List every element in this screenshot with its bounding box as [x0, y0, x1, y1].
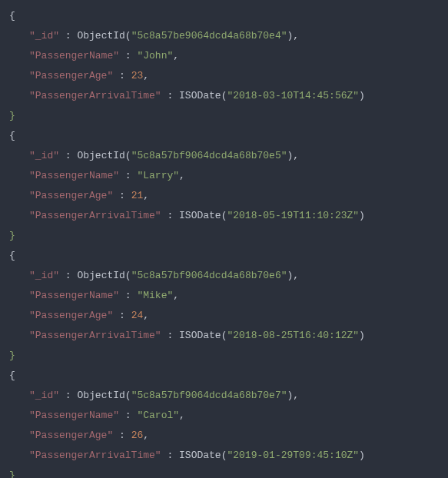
code-line: }: [0, 466, 448, 478]
code-line: "_id" : ObjectId("5c8a57bf9064dcd4a68b70…: [0, 266, 448, 286]
code-line: {: [0, 246, 448, 266]
code-line: "PassengerArrivalTime" : ISODate("2018-0…: [0, 206, 448, 226]
code-line: "PassengerAge" : 23,: [0, 66, 448, 86]
code-line: {: [0, 6, 448, 26]
code-line: }: [0, 106, 448, 126]
code-line: "_id" : ObjectId("5c8a57be9064dcd4a68b70…: [0, 26, 448, 46]
code-line: {: [0, 126, 448, 146]
code-line: "PassengerName" : "Larry",: [0, 166, 448, 186]
code-line: "PassengerArrivalTime" : ISODate("2018-0…: [0, 86, 448, 106]
code-line: "PassengerArrivalTime" : ISODate("2018-0…: [0, 326, 448, 346]
code-line: "PassengerArrivalTime" : ISODate("2019-0…: [0, 446, 448, 466]
code-line: "PassengerAge" : 24,: [0, 306, 448, 326]
code-line: "PassengerName" : "John",: [0, 46, 448, 66]
code-line: "PassengerName" : "Mike",: [0, 286, 448, 306]
code-line: "_id" : ObjectId("5c8a57bf9064dcd4a68b70…: [0, 146, 448, 166]
code-line: }: [0, 346, 448, 366]
code-line: "_id" : ObjectId("5c8a57bf9064dcd4a68b70…: [0, 386, 448, 406]
code-line: }: [0, 226, 448, 246]
code-line: {: [0, 366, 448, 386]
code-line: "PassengerAge" : 26,: [0, 426, 448, 446]
code-line: "PassengerAge" : 21,: [0, 186, 448, 206]
code-line: "PassengerName" : "Carol",: [0, 406, 448, 426]
code-block: {"_id" : ObjectId("5c8a57be9064dcd4a68b7…: [0, 6, 448, 478]
